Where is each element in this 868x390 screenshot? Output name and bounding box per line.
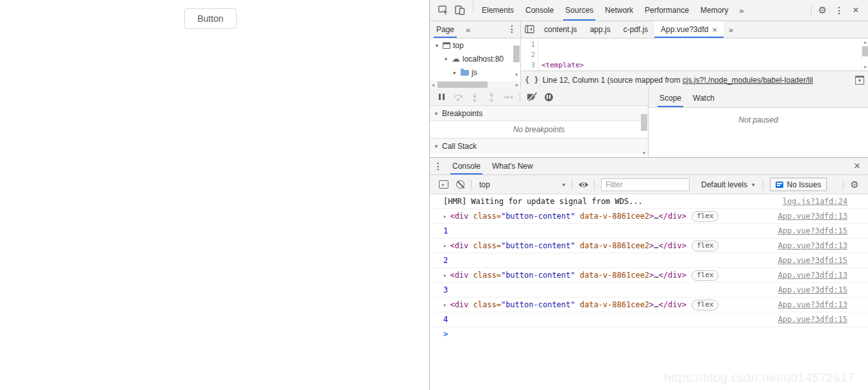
navigator-vertical-scrollbar[interactable]: ▾ — [513, 40, 520, 78]
scroll-up-icon[interactable]: ▴ — [862, 39, 868, 45]
source-code[interactable]: <template> <div class="app-container"> <… — [538, 38, 861, 71]
more-tabs-icon[interactable]: » — [734, 0, 749, 21]
drawer-tab-whats-new[interactable]: What's New — [486, 158, 539, 174]
expand-arrow-icon[interactable]: ▸ — [443, 213, 447, 219]
tree-item-top[interactable]: ▾ top — [430, 38, 520, 52]
tab-console[interactable]: Console — [520, 0, 559, 21]
tab-network[interactable]: Network — [599, 0, 639, 21]
call-stack-section-header[interactable]: ▾ Call Stack — [430, 139, 648, 154]
drawer-tab-console[interactable]: Console — [447, 158, 486, 174]
flex-badge[interactable]: flex — [692, 300, 719, 310]
scrollbar-thumb[interactable] — [862, 46, 868, 56]
frame-icon — [443, 42, 450, 49]
console-settings-gear-icon[interactable]: ⚙ — [846, 177, 863, 192]
flex-badge[interactable]: flex — [692, 241, 719, 251]
scroll-down-icon[interactable]: ▾ — [513, 72, 520, 78]
step-over-icon[interactable] — [450, 90, 466, 104]
inspect-element-icon[interactable] — [435, 3, 452, 18]
more-options-icon[interactable]: ⋮ — [831, 3, 847, 18]
close-tab-icon[interactable]: × — [712, 26, 717, 34]
file-tab-contentjs[interactable]: content.js — [538, 21, 583, 38]
tab-performance[interactable]: Performance — [639, 0, 695, 21]
hide-navigator-icon[interactable] — [521, 21, 538, 37]
no-issues-button[interactable]: No Issues — [770, 178, 827, 191]
tab-watch[interactable]: Watch — [687, 89, 720, 107]
source-link[interactable]: App.vue?3dfd:15 — [778, 285, 847, 294]
execution-context-select[interactable]: top ▾ — [474, 180, 569, 189]
app-page: Button — [0, 0, 429, 390]
navigator-menu-icon[interactable]: ⋮ — [504, 21, 520, 37]
source-link[interactable]: App.vue?3dfd:13 — [778, 271, 847, 280]
device-toolbar-icon[interactable] — [452, 3, 468, 18]
tree-item-js-folder[interactable]: ▸ js — [430, 65, 520, 79]
scroll-down-icon[interactable]: ▾ — [862, 64, 868, 70]
pretty-print-icon[interactable]: { } — [525, 76, 539, 85]
file-tab-appvue[interactable]: App.vue?3dfd × — [654, 21, 724, 38]
console-prompt[interactable]: > — [430, 327, 868, 341]
expand-arrow-icon[interactable]: ▸ — [443, 272, 447, 278]
scroll-left-icon[interactable]: ◂ — [430, 82, 436, 88]
source-link[interactable]: App.vue?3dfd:15 — [778, 226, 847, 235]
breakpoints-section-header[interactable]: ▾ Breakpoints — [430, 106, 648, 121]
more-file-tabs-icon[interactable]: » — [724, 21, 738, 38]
chevron-down-icon: ▾ — [752, 182, 755, 188]
step-out-icon[interactable] — [484, 90, 499, 104]
pause-on-exceptions-icon[interactable] — [541, 90, 556, 104]
source-link[interactable]: App.vue?3dfd:15 — [778, 256, 847, 265]
live-expression-eye-icon[interactable] — [575, 177, 591, 192]
sources-workspace: ▾ top ▾ ☁ localhost:80 ▸ js ▾ ◂ ▸ — [430, 38, 868, 89]
collapse-icon: ▾ — [433, 143, 439, 149]
scroll-right-icon[interactable]: ▸ — [514, 82, 520, 88]
source-link[interactable]: log.js?1afd:24 — [783, 197, 847, 206]
step-into-icon[interactable] — [467, 90, 482, 104]
navigator-tab-page[interactable]: Page — [430, 21, 461, 38]
close-devtools-icon[interactable]: × — [847, 3, 864, 18]
file-tab-cpdfjs[interactable]: c-pdf.js — [617, 21, 654, 38]
filter-input[interactable] — [601, 178, 690, 191]
flex-badge[interactable]: flex — [692, 211, 719, 222]
source-map-link[interactable]: cjs.js?!./node_modules/babel-loader/lil — [683, 76, 813, 85]
divider — [811, 5, 812, 15]
flex-badge[interactable]: flex — [692, 270, 719, 281]
scroll-down-icon[interactable]: ▾ — [641, 150, 647, 156]
tree-item-localhost[interactable]: ▾ ☁ localhost:80 — [430, 52, 520, 65]
deactivate-breakpoints-icon[interactable] — [524, 90, 540, 104]
expand-arrow-icon[interactable]: ▸ — [443, 242, 447, 249]
scrollbar-thumb[interactable] — [513, 46, 520, 62]
console-sidebar-icon[interactable]: ▸ — [435, 177, 452, 192]
navigator-more-tabs-icon[interactable]: » — [461, 21, 475, 38]
close-drawer-icon[interactable]: × — [849, 158, 865, 174]
prompt-chevron-icon: > — [443, 330, 448, 339]
source-link[interactable]: App.vue?3dfd:15 — [778, 315, 847, 324]
source-link[interactable]: App.vue?3dfd:13 — [778, 212, 847, 221]
navigator-horizontal-scrollbar[interactable]: ◂ ▸ — [430, 81, 520, 89]
editor-vertical-scrollbar[interactable]: ▴ ▾ — [861, 38, 868, 71]
code-line-1: <template> — [541, 60, 861, 71]
expand-icon[interactable]: ▸ — [452, 69, 458, 76]
debugger-vertical-scrollbar[interactable]: ▾ — [641, 108, 647, 156]
issues-flag-icon — [776, 182, 783, 188]
divider — [473, 0, 473, 10]
drawer-menu-icon[interactable]: ⋮ — [430, 158, 447, 174]
collapse-icon[interactable]: ▾ — [434, 42, 440, 49]
collapse-icon[interactable]: ▾ — [443, 56, 449, 62]
settings-gear-icon[interactable]: ⚙ — [814, 3, 831, 18]
expand-arrow-icon[interactable]: ▸ — [443, 301, 447, 308]
tab-sources[interactable]: Sources — [559, 0, 599, 21]
log-levels-select[interactable]: Default levels ▾ — [696, 180, 760, 189]
source-link[interactable]: App.vue?3dfd:13 — [778, 241, 847, 250]
file-tab-appjs[interactable]: app.js — [583, 21, 617, 38]
pause-script-icon[interactable] — [434, 90, 449, 104]
collapse-icon: ▾ — [433, 110, 439, 117]
step-icon[interactable] — [500, 90, 516, 104]
tab-memory[interactable]: Memory — [695, 0, 734, 21]
scrollbar-thumb[interactable] — [438, 81, 488, 88]
source-link[interactable]: App.vue?3dfd:13 — [778, 300, 847, 309]
code-area[interactable]: 1 2 3 <template> <div class="app-contain… — [521, 38, 868, 71]
clear-console-icon[interactable] — [452, 177, 468, 192]
tab-elements[interactable]: Elements — [476, 0, 520, 21]
page-button[interactable]: Button — [184, 8, 237, 29]
show-drawer-icon[interactable]: ▾ — [855, 76, 864, 85]
tab-scope[interactable]: Scope — [654, 89, 687, 107]
scrollbar-thumb[interactable] — [641, 114, 647, 131]
